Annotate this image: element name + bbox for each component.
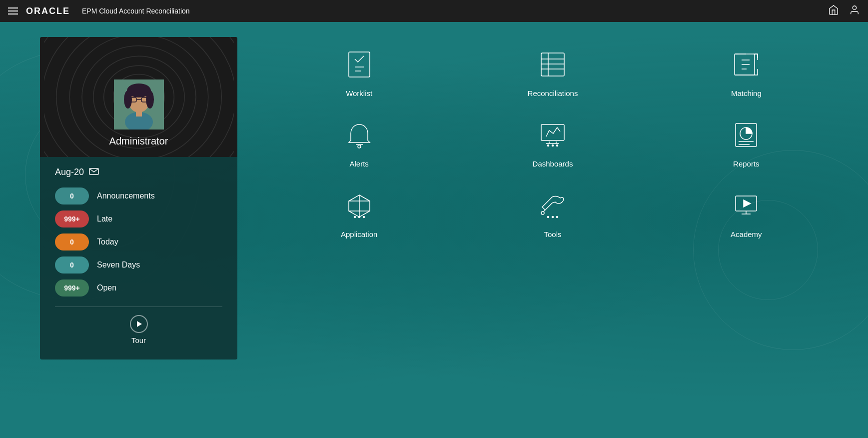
reports-label: Reports xyxy=(733,160,760,168)
tools-label: Tools xyxy=(544,230,561,238)
today-badge: 0 xyxy=(55,234,89,250)
user-card-header: Administrator xyxy=(40,37,237,157)
svg-point-62 xyxy=(541,212,544,214)
svg-point-16 xyxy=(124,90,132,108)
academy-icon xyxy=(729,188,764,223)
navbar: ORACLE EPM Cloud Account Reconciliation xyxy=(0,0,868,22)
oracle-logo: ORACLE xyxy=(26,6,70,16)
svg-point-17 xyxy=(146,90,154,108)
svg-point-59 xyxy=(358,216,360,218)
stat-row-seven-days[interactable]: 0 Seven Days xyxy=(55,256,222,274)
date-row: Aug-20 xyxy=(55,167,222,178)
tools-icon xyxy=(535,188,570,223)
svg-marker-67 xyxy=(744,200,751,207)
svg-marker-24 xyxy=(137,321,142,327)
main-content: Administrator Aug-20 0 Announcements xyxy=(0,22,868,438)
svg-rect-43 xyxy=(541,124,564,140)
late-label: Late xyxy=(97,214,112,224)
navbar-right-icons xyxy=(828,4,860,18)
stat-row-today[interactable]: 0 Today xyxy=(55,234,222,250)
divider xyxy=(55,306,222,307)
email-icon[interactable] xyxy=(89,168,99,176)
user-name: Administrator xyxy=(109,136,168,147)
menu-grid: Worklist Reconciliations xyxy=(277,37,828,238)
user-card-body: Aug-20 0 Announcements 999+ Late xyxy=(40,157,237,360)
open-badge: 999+ xyxy=(55,280,89,296)
seven-days-label: Seven Days xyxy=(97,260,140,270)
menu-item-matching[interactable]: Matching xyxy=(665,47,828,98)
tour-play-icon xyxy=(130,315,148,333)
menu-item-reconciliations[interactable]: Reconciliations xyxy=(471,47,634,98)
reconciliations-icon xyxy=(535,47,570,82)
menu-item-tools[interactable]: Tools xyxy=(471,188,634,238)
stat-row-late[interactable]: 999+ Late xyxy=(55,210,222,228)
tour-label: Tour xyxy=(131,336,146,344)
menu-item-reports[interactable]: Reports xyxy=(665,118,828,168)
oracle-logo-text: ORACLE xyxy=(26,6,70,16)
svg-point-63 xyxy=(547,216,549,218)
worklist-icon xyxy=(342,47,377,82)
menu-item-worklist[interactable]: Worklist xyxy=(277,47,441,98)
matching-icon xyxy=(729,47,764,82)
matching-label: Matching xyxy=(731,89,762,98)
svg-rect-50 xyxy=(736,124,757,146)
menu-item-academy[interactable]: Academy xyxy=(665,188,828,238)
current-date: Aug-20 xyxy=(55,167,84,178)
stat-row-open[interactable]: 999+ Open xyxy=(55,280,222,296)
user-avatar xyxy=(114,80,164,130)
alerts-icon xyxy=(342,118,377,152)
svg-point-0 xyxy=(853,6,856,9)
announcements-badge: 0 xyxy=(55,188,89,204)
today-label: Today xyxy=(97,238,118,246)
stat-row-announcements[interactable]: 0 Announcements xyxy=(55,188,222,204)
stats-list: 0 Announcements 999+ Late 0 Today 0 Seve… xyxy=(55,188,222,296)
late-badge: 999+ xyxy=(55,210,89,228)
dashboards-icon xyxy=(535,118,570,152)
svg-rect-28 xyxy=(541,53,564,76)
svg-point-48 xyxy=(552,145,553,146)
svg-point-60 xyxy=(363,216,364,218)
menu-item-dashboards[interactable]: Dashboards xyxy=(471,118,634,168)
svg-point-49 xyxy=(556,145,558,146)
announcements-label: Announcements xyxy=(97,192,155,200)
reports-icon xyxy=(729,118,764,152)
application-icon xyxy=(342,188,377,223)
user-profile-icon[interactable] xyxy=(849,4,860,18)
app-title: EPM Cloud Account Reconciliation xyxy=(82,7,190,15)
application-label: Application xyxy=(341,230,377,238)
avatar-image xyxy=(114,80,164,130)
svg-point-64 xyxy=(552,216,553,218)
svg-rect-22 xyxy=(136,110,142,116)
home-icon[interactable] xyxy=(828,4,839,18)
user-card: Administrator Aug-20 0 Announcements xyxy=(40,37,237,360)
dashboards-label: Dashboards xyxy=(533,160,573,168)
tour-button[interactable]: Tour xyxy=(55,315,222,350)
menu-item-alerts[interactable]: Alerts xyxy=(277,118,441,168)
svg-point-47 xyxy=(547,145,549,146)
alerts-label: Alerts xyxy=(349,160,368,168)
svg-rect-25 xyxy=(349,52,370,77)
menu-item-application[interactable]: Application xyxy=(277,188,441,238)
hamburger-menu-button[interactable] xyxy=(8,8,18,14)
open-label: Open xyxy=(97,284,116,292)
svg-point-42 xyxy=(358,145,361,148)
worklist-label: Worklist xyxy=(346,89,372,98)
svg-point-65 xyxy=(556,216,558,218)
reconciliations-label: Reconciliations xyxy=(528,89,578,98)
seven-days-badge: 0 xyxy=(55,256,89,274)
svg-point-58 xyxy=(354,216,355,218)
academy-label: Academy xyxy=(731,230,762,238)
